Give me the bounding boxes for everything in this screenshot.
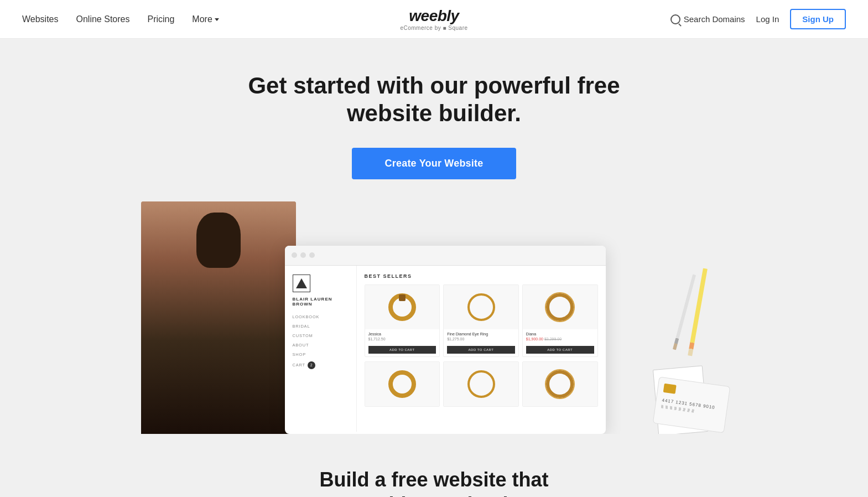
nav-more[interactable]: More bbox=[192, 14, 219, 24]
product-name-1: Jessica bbox=[368, 332, 436, 336]
product-card-5 bbox=[443, 361, 519, 407]
search-icon bbox=[671, 14, 680, 24]
product-name-3: Diana bbox=[526, 332, 594, 336]
bottom-headline: Build a free website that grows with you… bbox=[22, 467, 846, 497]
brand-sub: eCommerce by ■ Square bbox=[400, 25, 467, 31]
login-button[interactable]: Log In bbox=[756, 14, 779, 24]
bestsellers-label: BEST SELLERS bbox=[365, 273, 598, 279]
add-to-cart-2[interactable]: ADD TO CART bbox=[447, 346, 515, 354]
search-domains-label: Search Domains bbox=[684, 14, 745, 24]
cart-badge: 2 bbox=[308, 361, 315, 369]
search-domains-button[interactable]: Search Domains bbox=[671, 14, 745, 24]
sale-price-3: $1,900.00 bbox=[526, 337, 543, 341]
product-price-1: $1,712.50 bbox=[368, 337, 436, 341]
product-img-5 bbox=[444, 362, 518, 406]
browser-dot-2 bbox=[300, 252, 306, 258]
product-info-3: Diana $1,900.00 $2,299.00 ADD TO CART bbox=[523, 329, 597, 356]
product-card-2: Fine Diamond Eye Ring $1,275.00 ADD TO C… bbox=[443, 284, 519, 357]
browser-content: BLAIR LAUREN BROWN LOOKBOOK BRIDAL CUSTO… bbox=[285, 266, 606, 432]
navbar: Websites Online Stores Pricing More weeb… bbox=[0, 0, 868, 39]
product-name-2: Fine Diamond Eye Ring bbox=[447, 332, 515, 336]
deco-illustration: 4417 1231 5678 9010 bbox=[617, 257, 727, 434]
bottom-section: Build a free website that grows with you… bbox=[0, 434, 868, 497]
sidebar-nav-lookbook: LOOKBOOK bbox=[293, 314, 349, 319]
browser-bar bbox=[285, 246, 606, 266]
product-card-3: Diana $1,900.00 $2,299.00 ADD TO CART bbox=[522, 284, 598, 357]
ring-4-icon bbox=[388, 370, 416, 398]
credit-card-icon: 4417 1231 5678 9010 bbox=[652, 376, 730, 433]
product-img-6 bbox=[523, 362, 597, 406]
chevron-down-icon bbox=[215, 18, 219, 21]
nav-websites[interactable]: Websites bbox=[22, 14, 59, 24]
product-card-4 bbox=[365, 361, 440, 407]
store-logo bbox=[293, 275, 310, 292]
store-sidebar: BLAIR LAUREN BROWN LOOKBOOK BRIDAL CUSTO… bbox=[285, 266, 357, 432]
hero-visual: BLAIR LAUREN BROWN LOOKBOOK BRIDAL CUSTO… bbox=[102, 201, 766, 434]
browser-mockup: BLAIR LAUREN BROWN LOOKBOOK BRIDAL CUSTO… bbox=[285, 246, 606, 434]
ring-6-icon bbox=[546, 370, 574, 398]
person-photo bbox=[141, 201, 296, 434]
browser-dot-1 bbox=[292, 252, 297, 258]
sidebar-nav-bridal: BRIDAL bbox=[293, 324, 349, 329]
product-card-1: Jessica $1,712.50 ADD TO CART bbox=[365, 284, 440, 357]
nav-pricing[interactable]: Pricing bbox=[147, 14, 174, 24]
brand-logo[interactable]: weebly eCommerce by ■ Square bbox=[400, 7, 467, 31]
signup-button[interactable]: Sign Up bbox=[790, 9, 846, 29]
hero-headline: Get started with our powerful free websi… bbox=[248, 72, 620, 128]
ring-gem-icon bbox=[388, 293, 416, 321]
triangle-icon bbox=[296, 278, 307, 288]
product-price-3: $1,900.00 $2,299.00 bbox=[526, 337, 594, 341]
sidebar-nav-custom: CUSTOM bbox=[293, 333, 349, 338]
ring-thin-icon bbox=[467, 293, 495, 321]
create-website-button[interactable]: Create Your Website bbox=[352, 148, 517, 179]
sidebar-nav-cart: CART 2 bbox=[293, 361, 349, 369]
product-img-3 bbox=[523, 285, 597, 329]
nav-left: Websites Online Stores Pricing More bbox=[22, 14, 219, 24]
add-to-cart-3[interactable]: ADD TO CART bbox=[526, 346, 594, 354]
product-img-2 bbox=[444, 285, 518, 329]
product-row-2 bbox=[365, 361, 598, 407]
product-row-1: Jessica $1,712.50 ADD TO CART Fine D bbox=[365, 284, 598, 357]
hero-section: Get started with our powerful free websi… bbox=[0, 39, 868, 434]
sidebar-nav-about: ABOUT bbox=[293, 343, 349, 348]
nav-online-stores[interactable]: Online Stores bbox=[76, 14, 130, 24]
brand-name: weebly bbox=[409, 7, 459, 25]
product-grid: BEST SELLERS Jessica $1,712.50 ADD TO CA… bbox=[357, 266, 606, 432]
person-silhouette bbox=[141, 201, 296, 434]
product-price-2: $1,275.00 bbox=[447, 337, 515, 341]
ring-studded-icon bbox=[546, 293, 574, 321]
product-info-1: Jessica $1,712.50 ADD TO CART bbox=[365, 329, 440, 356]
product-info-2: Fine Diamond Eye Ring $1,275.00 ADD TO C… bbox=[444, 329, 518, 356]
store-name: BLAIR LAUREN BROWN bbox=[293, 297, 349, 307]
product-img-4 bbox=[365, 362, 440, 406]
sidebar-nav-shop: SHOP bbox=[293, 352, 349, 357]
add-to-cart-1[interactable]: ADD TO CART bbox=[368, 346, 436, 354]
original-price-3: $2,299.00 bbox=[544, 337, 562, 341]
browser-dot-3 bbox=[309, 252, 315, 258]
nav-right: Search Domains Log In Sign Up bbox=[671, 9, 846, 29]
ring-5-icon bbox=[467, 370, 495, 398]
product-card-6 bbox=[522, 361, 598, 407]
product-img-1 bbox=[365, 285, 440, 329]
card-chip-icon bbox=[663, 384, 676, 394]
